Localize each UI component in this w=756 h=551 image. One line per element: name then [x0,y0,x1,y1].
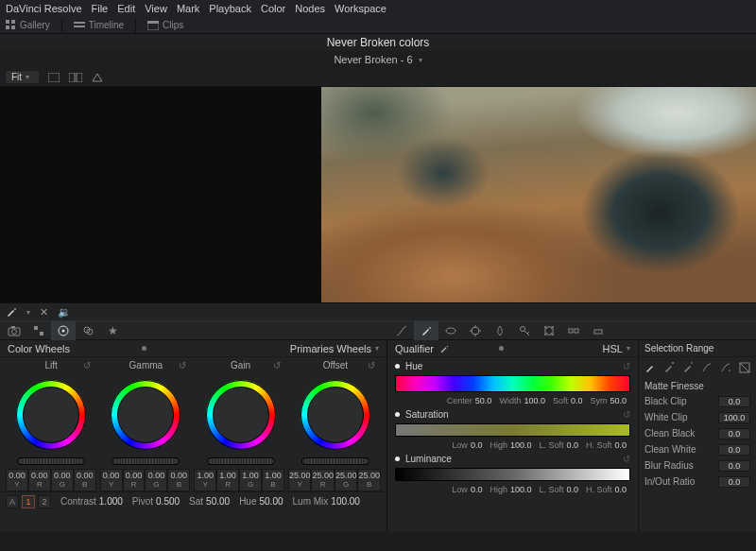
lift-b[interactable]: 0.00B [74,469,96,491]
motion-effects-icon[interactable]: ★ [100,321,125,340]
wheel-gamma[interactable] [111,380,180,450]
tab-gallery[interactable]: Gallery [6,20,50,30]
offset-y[interactable]: 25.00Y [288,469,312,491]
offset-r[interactable]: 25.00R [311,469,335,491]
jog-offset[interactable] [301,457,369,465]
highlight-icon[interactable] [92,73,103,82]
param-lummix[interactable]: Lum Mix100.00 [293,496,360,507]
color-wheels-icon[interactable] [51,321,76,340]
hue-spectrum[interactable] [395,375,630,392]
feather-add-icon[interactable] [701,362,713,373]
param-pivot[interactable]: Pivot0.500 [132,496,180,507]
single-view-icon[interactable] [48,73,60,82]
gamma-b[interactable]: 0.00B [167,469,190,491]
close-icon[interactable]: ✕ [40,306,48,319]
viewer-program[interactable] [321,87,756,302]
gain-y[interactable]: 1.00Y [194,469,216,491]
gamma-y[interactable]: 0.00Y [100,469,123,491]
sizing-icon[interactable] [537,321,561,340]
gain-r[interactable]: 1.00R [216,469,239,491]
gain-g[interactable]: 1.00G [239,469,262,491]
reset-icon[interactable]: ↺ [273,360,281,370]
value[interactable]: 0.0 [718,476,750,488]
lift-g[interactable]: 0.00G [51,469,74,491]
jog-gain[interactable] [207,457,275,465]
stereo-icon[interactable] [561,321,586,340]
primaries-mode-label[interactable]: Primaries Wheels [290,343,371,354]
gamma-g[interactable]: 0.00G [145,469,167,491]
reset-icon[interactable]: ↺ [83,360,91,370]
viewer-reference[interactable] [0,87,321,302]
options-dot-icon[interactable] [499,346,504,351]
chevron-down-icon[interactable]: ▾ [375,344,379,353]
chevron-down-icon[interactable]: ▾ [26,308,30,317]
gain-b[interactable]: 1.00B [262,469,284,491]
enabled-dot-icon[interactable] [395,456,400,461]
page-1[interactable]: 1 [22,495,35,508]
reset-icon[interactable]: ↺ [179,360,186,370]
dual-view-icon[interactable] [69,73,82,82]
hue-center[interactable]: Center50.0 [447,396,492,405]
menu-mark[interactable]: Mark [177,3,199,14]
enabled-dot-icon[interactable] [395,364,400,369]
offset-b[interactable]: 25.00B [357,469,381,491]
param-contrast[interactable]: Contrast1.000 [60,496,123,507]
options-dot-icon[interactable] [142,346,146,351]
wheel-offset[interactable] [301,380,370,450]
lift-r[interactable]: 0.00R [28,469,51,491]
lum-high[interactable]: High100.0 [490,485,531,494]
lum-low[interactable]: Low0.0 [452,485,482,494]
menu-playback[interactable]: Playback [209,3,251,14]
hue-width[interactable]: Width100.0 [499,396,545,405]
eyedropper-icon[interactable] [6,306,17,318]
hue-sym[interactable]: Sym50.0 [590,396,627,405]
chevron-down-icon[interactable]: ▾ [419,56,422,64]
qualifier-mode-label[interactable]: HSL [603,343,623,354]
tab-timeline[interactable]: Timeline [74,20,124,30]
saturation-bar[interactable] [395,423,630,437]
enabled-dot-icon[interactable] [395,412,400,417]
menu-nodes[interactable]: Nodes [295,3,325,14]
curves-icon[interactable] [389,321,414,340]
tracker-icon[interactable] [463,321,488,340]
page-2[interactable]: 2 [38,495,51,508]
menu-edit[interactable]: Edit [117,3,135,14]
qualifier-icon[interactable] [414,321,438,340]
zoom-fit-dropdown[interactable]: Fit ▾ [6,71,39,83]
jog-gamma[interactable] [112,457,180,465]
reset-icon[interactable]: ↺ [623,409,630,420]
sat-low[interactable]: Low0.0 [452,440,482,450]
color-match-icon[interactable] [26,321,51,340]
picker-icon[interactable] [644,362,656,373]
lum-lsoft[interactable]: L. Soft0.0 [539,485,578,494]
value[interactable]: 0.0 [718,444,750,456]
offset-g[interactable]: 25.00G [335,469,358,491]
value[interactable]: 0.0 [718,428,750,439]
picker-add-icon[interactable] [663,362,675,373]
eyedropper-icon[interactable] [439,344,449,353]
menu-view[interactable]: View [145,3,167,14]
luminance-bar[interactable] [395,468,630,481]
speaker-icon[interactable]: 🔉 [58,306,71,319]
invert-icon[interactable] [739,362,750,373]
lum-hsoft[interactable]: H. Soft0.0 [586,485,627,494]
sat-hsoft[interactable]: H. Soft0.0 [586,440,627,450]
reset-icon[interactable]: ↺ [623,454,630,464]
sat-lsoft[interactable]: L. Soft0.0 [539,440,578,450]
camera-raw-icon[interactable] [2,321,26,340]
data-burn-icon[interactable] [586,321,610,340]
hue-soft[interactable]: Soft0.0 [553,396,583,405]
value[interactable]: 100.0 [718,412,750,423]
jog-lift[interactable] [17,457,85,465]
param-hue[interactable]: Hue50.00 [239,496,283,507]
value[interactable]: 0.0 [718,460,750,472]
sat-high[interactable]: High100.0 [490,440,531,450]
gamma-r[interactable]: 0.00R [123,469,146,491]
reset-icon[interactable]: ↺ [623,361,630,371]
menu-file[interactable]: File [92,3,109,14]
key-icon[interactable] [512,321,537,340]
window-icon[interactable] [438,321,463,340]
wheel-gain[interactable] [206,380,276,450]
feather-sub-icon[interactable] [720,362,731,373]
menu-workspace[interactable]: Workspace [335,3,387,14]
